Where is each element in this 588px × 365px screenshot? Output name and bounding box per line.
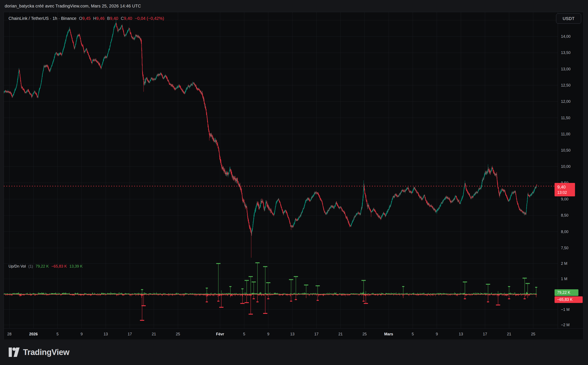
low-label: B <box>107 16 110 21</box>
volume-down-label: −65,83 K <box>554 296 583 303</box>
price-scale-label: 12,00 <box>561 99 571 104</box>
time-scale-label: 13 <box>290 332 294 337</box>
volume-indicator-param: (1) <box>28 264 33 269</box>
last-price-value: 9,40 <box>557 184 575 190</box>
tradingview-logo-icon <box>6 348 20 357</box>
open-label: O <box>79 16 82 21</box>
time-scale-label: 17 <box>128 332 132 337</box>
down-candle-bodies <box>4 23 537 234</box>
time-scale-label: 2026 <box>29 332 38 337</box>
time-scale-label: Févr <box>216 332 224 337</box>
symbol-legend: ChainLink / TetherUS · 1h · Binance O9,4… <box>8 16 164 21</box>
time-scale-label: 25 <box>362 332 367 337</box>
chart-frame: ChainLink / TetherUS · 1h · Binance O9,4… <box>4 12 583 339</box>
time-scale-label: 25 <box>531 332 535 337</box>
time-scale-label: 17 <box>483 332 487 337</box>
time-scale-label: 21 <box>507 332 511 337</box>
high-value: 9,46 <box>96 16 105 21</box>
footer-bar: TradingView <box>0 339 588 365</box>
high-label: H <box>93 16 96 21</box>
bar-countdown: 13:02 <box>557 190 575 195</box>
time-scale-label: 13 <box>459 332 463 337</box>
tradingview-logo[interactable]: TradingView <box>6 348 69 357</box>
price-scale-label: 13,00 <box>561 67 571 71</box>
currency-toggle-button[interactable]: USDT <box>556 14 581 24</box>
volume-net-value: 13,39 K <box>69 264 83 269</box>
change-value: −0,04 (−0,42%) <box>135 16 164 21</box>
time-scale-label: 13 <box>103 332 108 337</box>
volume-legend: Up/Dn Vol (1) 79,22 K −65,83 K 13,39 K <box>8 264 83 269</box>
time-scale-label: 5 <box>412 332 414 337</box>
price-scale-label: 10,00 <box>561 164 571 169</box>
price-scale-label: 8,00 <box>561 229 568 234</box>
price-scale-label: 7,50 <box>561 246 568 250</box>
up-candle-bodies <box>4 23 536 234</box>
volume-up-bars <box>4 263 537 294</box>
time-scale-label: 9 <box>436 332 438 337</box>
time-scale-label: 21 <box>152 332 156 337</box>
tradingview-logo-text: TradingView <box>23 348 69 357</box>
down-candle-wicks <box>4 23 537 258</box>
volume-scale-label: −2 M <box>561 323 570 327</box>
time-scale-label: 5 <box>243 332 245 337</box>
time-scale-label: Mars <box>384 332 393 337</box>
attribution-text: dorian_batycka créé avec TradingView.com… <box>0 4 141 8</box>
top-attribution-bar: dorian_batycka créé avec TradingView.com… <box>0 0 588 12</box>
close-label: C <box>121 16 124 21</box>
price-scale-label: 11,50 <box>561 116 570 120</box>
symbol-title[interactable]: ChainLink / TetherUS · 1h · Binance <box>8 16 76 21</box>
volume-up-label: 79,22 K <box>554 289 578 296</box>
time-scale-label: 21 <box>338 332 342 337</box>
time-scale-label: 9 <box>267 332 269 337</box>
price-scale-label: 13,50 <box>561 50 571 55</box>
price-scale-label: 14,00 <box>561 34 571 39</box>
time-scale-label: 28 <box>7 332 12 337</box>
volume-up-value: 79,22 K <box>36 264 49 269</box>
price-scale-label: 11,00 <box>561 132 570 136</box>
volume-down-bars <box>4 294 537 320</box>
close-value: 9,40 <box>124 16 132 21</box>
price-volume-chart[interactable] <box>4 12 558 328</box>
volume-up-spike-caps <box>141 263 537 289</box>
volume-indicator-title[interactable]: Up/Dn Vol <box>8 264 26 269</box>
time-scale-label: 5 <box>56 332 59 337</box>
volume-scale-label: 1 M <box>561 277 567 281</box>
price-scale-label: 12,50 <box>561 83 571 87</box>
volume-scale-label: 2 M <box>561 261 567 266</box>
gridlines <box>4 12 558 328</box>
price-scale[interactable]: 14,0013,5013,0012,5012,0011,5011,0010,50… <box>558 12 583 328</box>
last-price-label: 9,40 13:02 <box>554 183 575 196</box>
price-scale-label: 10,50 <box>561 148 571 153</box>
price-scale-label: 9,00 <box>561 197 568 202</box>
time-scale[interactable]: 2820265913172125Févr5913172125Mars591317… <box>4 328 583 340</box>
low-value: 9,40 <box>110 16 118 21</box>
volume-down-value: −65,83 K <box>51 264 67 269</box>
open-value: 9,45 <box>82 16 90 21</box>
price-scale-label: 8,50 <box>561 213 568 218</box>
time-scale-label: 17 <box>314 332 319 337</box>
volume-scale-label: −1 M <box>561 308 570 312</box>
time-scale-label: 25 <box>176 332 180 337</box>
time-scale-label: 9 <box>81 332 83 337</box>
